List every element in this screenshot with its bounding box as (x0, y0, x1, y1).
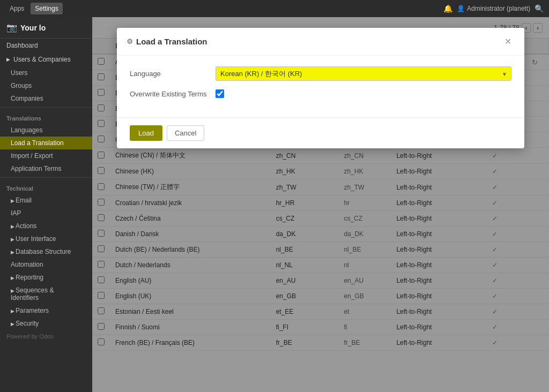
settings-nav[interactable]: Settings (31, 3, 62, 14)
overwrite-checkbox[interactable] (216, 89, 224, 98)
sidebar-item-reporting[interactable]: ▶Reporting (0, 271, 92, 284)
sidebar-item-user-interface[interactable]: ▶User Interface (0, 232, 92, 245)
expand-icon-ui: ▶ (11, 237, 14, 242)
sidebar-item-groups[interactable]: Groups (0, 79, 92, 92)
sidebar-item-parameters[interactable]: ▶Parameters (0, 304, 92, 317)
language-label: Language (130, 70, 216, 78)
overwrite-field (216, 89, 511, 98)
language-select-wrapper: Korean (KR) / 한국어 (KR) Arabic / عربي Fre… (216, 66, 511, 81)
topbar-right: 🔔 👤 Administrator (planett) 🔍 (443, 4, 544, 13)
sidebar-item-dashboard[interactable]: Dashboard (0, 39, 92, 52)
overwrite-label: Overwrite Existing Terms (130, 90, 216, 98)
search-icon[interactable]: 🔍 (535, 4, 544, 13)
logo-icon: 📷 (6, 22, 17, 33)
expand-icon: ▶ (6, 57, 10, 62)
sidebar: 📷 Your lo Dashboard ▶Users & Companies U… (0, 17, 92, 392)
modal-title-icon: ⚙ (127, 37, 133, 46)
powered-by: Powered by Odoo (0, 330, 92, 343)
expand-icon-reporting: ▶ (11, 275, 14, 281)
sidebar-item-users[interactable]: Users (0, 66, 92, 79)
modal-overlay: ⚙ Load a Translation ✕ Language Korean (… (92, 17, 549, 392)
sidebar-item-languages[interactable]: Languages (0, 124, 92, 137)
sidebar-item-users-companies[interactable]: ▶Users & Companies (0, 52, 92, 66)
content-area: 1-78 / 78 ‹ › Language Name ISO Code Cod… (92, 17, 549, 392)
load-button[interactable]: Load (130, 125, 162, 141)
language-field: Korean (KR) / 한국어 (KR) Arabic / عربي Fre… (216, 66, 511, 81)
logo-text: Your lo (20, 24, 46, 32)
bell-icon[interactable]: 🔔 (443, 4, 452, 13)
technical-section-header: Technical (0, 180, 92, 194)
expand-icon-security: ▶ (11, 321, 14, 327)
sidebar-item-iap[interactable]: IAP (0, 207, 92, 220)
expand-icon-db: ▶ (11, 250, 14, 255)
modal-close-button[interactable]: ✕ (501, 35, 515, 48)
sidebar-item-load-translation[interactable]: Load a Translation (0, 137, 92, 149)
modal-footer: Load Cancel (117, 117, 524, 148)
sidebar-item-sequences[interactable]: ▶Sequences & Identifiers (0, 284, 92, 304)
modal-header: ⚙ Load a Translation ✕ (117, 28, 524, 56)
language-form-row: Language Korean (KR) / 한국어 (KR) Arabic /… (130, 66, 511, 81)
sidebar-item-import-export[interactable]: Import / Export (0, 149, 92, 162)
load-translation-modal: ⚙ Load a Translation ✕ Language Korean (… (117, 28, 524, 148)
expand-icon-email: ▶ (11, 198, 14, 203)
modal-body: Language Korean (KR) / 한국어 (KR) Arabic /… (117, 56, 524, 117)
main-layout: 📷 Your lo Dashboard ▶Users & Companies U… (0, 17, 549, 392)
user-label: Administrator (planett) (467, 5, 530, 12)
translations-section-header: Translations (0, 110, 92, 124)
sidebar-item-actions[interactable]: ▶Actions (0, 220, 92, 232)
sidebar-item-email[interactable]: ▶Email (0, 194, 92, 207)
sidebar-item-database-structure[interactable]: ▶Database Structure (0, 245, 92, 258)
sidebar-item-security[interactable]: ▶Security (0, 317, 92, 330)
language-select[interactable]: Korean (KR) / 한국어 (KR) Arabic / عربي Fre… (216, 66, 511, 81)
topbar-left: Apps Settings (5, 3, 63, 14)
topbar: Apps Settings 🔔 👤 Administrator (planett… (0, 0, 549, 17)
expand-icon-actions: ▶ (11, 224, 14, 229)
sidebar-item-companies[interactable]: Companies (0, 92, 92, 105)
modal-title: ⚙ Load a Translation (127, 37, 207, 46)
modal-title-text: Load a Translation (136, 37, 207, 46)
cancel-button[interactable]: Cancel (167, 125, 204, 141)
apps-nav[interactable]: Apps (5, 3, 28, 14)
sidebar-item-automation[interactable]: Automation (0, 258, 92, 271)
user-avatar-icon: 👤 (457, 5, 465, 12)
sidebar-logo: 📷 Your lo (0, 17, 92, 39)
sidebar-item-application-terms[interactable]: Application Terms (0, 162, 92, 175)
expand-icon-seq: ▶ (11, 288, 14, 293)
overwrite-form-row: Overwrite Existing Terms (130, 89, 511, 98)
expand-icon-params: ▶ (11, 308, 14, 314)
user-menu[interactable]: 👤 Administrator (planett) (457, 5, 530, 12)
